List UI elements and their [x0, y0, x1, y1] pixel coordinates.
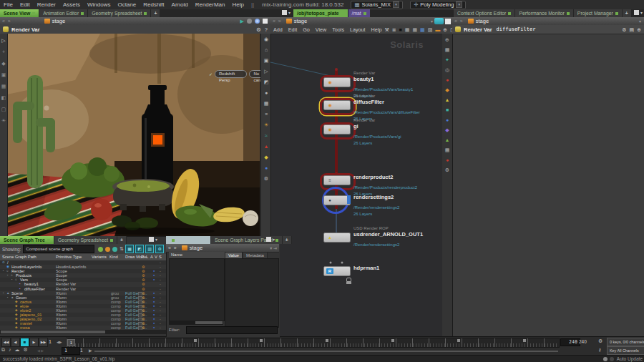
probe-icon[interactable]: ◎ [445, 67, 449, 72]
filter-ball-icon[interactable] [112, 247, 117, 252]
view-pane-icon[interactable]: ◧ [1, 95, 6, 100]
zoom-icon[interactable]: ⊕ [443, 27, 447, 32]
drag-icon[interactable]: ▣ [1, 72, 6, 77]
menu-edit[interactable]: Edit [16, 0, 34, 9]
range-end-field[interactable]: 240 [560, 338, 580, 346]
magnifier-icon[interactable]: ⊕ [637, 27, 641, 32]
node-name-label[interactable]: beauty1 [353, 77, 442, 86]
menu-help[interactable]: Help [229, 0, 248, 9]
tab-blank[interactable] [166, 236, 211, 244]
menu-windows[interactable]: Windows [84, 0, 114, 9]
menu-renderman[interactable]: RenderMan [192, 0, 229, 9]
path-dropdown-icon[interactable]: ▾ [431, 19, 433, 24]
prev-frame-button[interactable]: ◀ [11, 338, 20, 347]
tab-pin-icon[interactable] [341, 12, 344, 15]
snapshot-icon[interactable] [434, 18, 444, 24]
bulb-icon[interactable]: ◆ [264, 155, 268, 160]
yellow-tri-icon[interactable]: ▲ [445, 97, 450, 102]
tab-scene-graph-tree[interactable]: Scene Graph Tree [0, 236, 54, 244]
tab-geometry-spreadsheet[interactable]: Geometry Spreadsheet [54, 236, 117, 244]
spark-icon[interactable]: ✦ [445, 57, 449, 62]
range-start2-field[interactable]: 1 [80, 348, 83, 353]
green-tri-icon[interactable]: ▲ [445, 137, 450, 142]
playhead-marker[interactable]: 1 [67, 339, 75, 346]
view-option-button[interactable]: ▥ [145, 245, 154, 253]
node-renderproduct2[interactable]: ≡ [323, 175, 351, 185]
light-icon[interactable]: ☀ [1, 118, 6, 123]
menu-octane[interactable]: Octane [114, 0, 140, 9]
teal-square-icon[interactable]: ■ [446, 107, 449, 112]
node-flag-tab[interactable] [347, 195, 351, 204]
new-tab-button[interactable]: + [283, 236, 292, 244]
node-name-label[interactable]: diffuseFilter [353, 99, 442, 109]
node-name-label[interactable]: usdrender_ARNOLD_OUT1 [353, 232, 442, 241]
filter-input[interactable] [186, 326, 278, 334]
key-icon[interactable]: ⚷ [598, 347, 601, 352]
white-square-icon[interactable] [445, 19, 451, 24]
layers-name-column-header[interactable]: Name [169, 252, 225, 258]
desktop-dropdown-icon[interactable]: ▾ [393, 1, 399, 8]
menu-render[interactable]: Render [34, 0, 59, 9]
tab-pin-icon[interactable] [508, 12, 511, 15]
tab--obj-totopos-plate[interactable]: /obj/totopos_plate [293, 9, 348, 17]
viewport-pane-controls[interactable]: ▾ [282, 10, 291, 15]
column-header-kind[interactable]: Kind [109, 255, 118, 259]
menu-file[interactable]: File [0, 0, 16, 9]
gear-icon[interactable]: ⚙ [445, 167, 449, 172]
tab-pin-icon[interactable] [32, 12, 35, 15]
view-option-button[interactable]: ⚙ [155, 245, 164, 253]
tools-icon[interactable]: ⚒ [384, 27, 389, 32]
bars-icon[interactable]: ≡ [265, 112, 268, 117]
column-header-l[interactable]: L [146, 255, 148, 259]
jump-end-button[interactable]: ▶▶ [39, 338, 48, 347]
node-diffuseFilter[interactable]: ◉ [323, 100, 351, 110]
red-ball-icon[interactable]: ● [446, 157, 449, 162]
layers-pane-controls[interactable]: ▾ [266, 237, 275, 242]
node-usdrender_ARNOLD_OUT1[interactable]: ▲ [323, 233, 351, 243]
view-option-button[interactable]: ◩ [135, 245, 144, 253]
color-grid-icon[interactable]: ▩ [420, 27, 425, 32]
view-option-button[interactable]: ▦ [125, 245, 134, 253]
node-hdprman1[interactable]: R [323, 266, 351, 276]
pose-icon[interactable]: ◆ [1, 61, 5, 66]
renderer-pill[interactable]: Redshift Persp [215, 70, 247, 78]
orange-swatch-icon[interactable]: ▬ [435, 27, 440, 32]
audio-icon[interactable]: ♪ [9, 347, 11, 352]
red-dot-icon[interactable]: ● [446, 77, 449, 82]
column-header-p[interactable]: P [141, 255, 144, 259]
presets-icon[interactable]: ▤ [630, 27, 635, 32]
layers-back-icon[interactable]: « » [166, 245, 180, 250]
network-back-icon[interactable]: « » [270, 19, 284, 24]
column-header-primitive-type[interactable]: Primitive Type [56, 255, 82, 259]
netmenu-layout[interactable]: Layout [347, 25, 369, 34]
menu-arnold[interactable]: Arnold [168, 0, 192, 9]
update-mode-selector[interactable]: Auto Update [617, 356, 643, 362]
viewport-gear-icon[interactable]: ⚙ [256, 26, 261, 33]
tab-pin-icon[interactable] [47, 239, 50, 242]
frame-nudge-icons[interactable]: ◀▶ [57, 340, 62, 344]
column-header-variants[interactable]: Variants [92, 255, 107, 259]
flame-icon[interactable]: ▲ [264, 144, 269, 149]
tab-context-options-editor[interactable]: Context Options Editor [454, 9, 515, 17]
home-view-icon[interactable]: ⌂ [265, 47, 268, 52]
material-ball-icon[interactable]: ● [265, 90, 268, 95]
range-slider-track[interactable] [94, 351, 558, 352]
globe-icon[interactable] [255, 19, 260, 24]
export-icon[interactable]: ⧉ [1, 347, 5, 352]
key-all-channels-button[interactable]: Key All Channels [607, 346, 644, 355]
tab-performance-monitor[interactable]: Performance Monitor [515, 9, 573, 17]
cloud-icon[interactable]: ☁ [15, 347, 20, 352]
desktop-selector[interactable]: ▦ Solaris_MIX ▾ [351, 1, 403, 9]
locate-icon[interactable]: ⊕ [445, 37, 449, 42]
white-square-icon[interactable] [263, 19, 268, 24]
viewport-3d-view[interactable]: ✓ Redshift Persp No cam [0, 34, 270, 236]
params-back-icon[interactable]: « » [452, 19, 466, 24]
jump-start-button[interactable]: ◀◀ [1, 338, 11, 347]
frame-selected-icon[interactable]: ▣ [264, 58, 269, 63]
range-slider-handle[interactable]: ▶ [89, 348, 92, 353]
current-frame-field[interactable]: 1 [49, 339, 52, 344]
fog-icon[interactable]: ≈ [265, 133, 268, 138]
range-end2-field[interactable]: 240 [579, 339, 587, 344]
water-icon[interactable]: ● [265, 165, 268, 170]
scenegraph-pane-controls[interactable]: ▾ [149, 237, 157, 242]
